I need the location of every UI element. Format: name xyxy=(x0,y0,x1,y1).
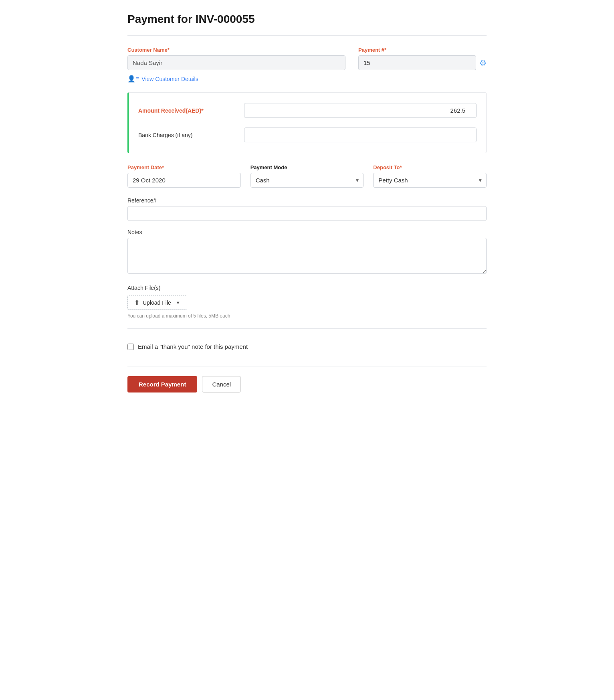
page-title: Payment for INV-000055 xyxy=(127,13,487,26)
notes-textarea[interactable] xyxy=(127,238,487,274)
amount-received-input[interactable] xyxy=(244,103,477,118)
amount-box: Amount Received(AED)* Bank Charges (if a… xyxy=(127,92,487,153)
customer-name-group: Customer Name* xyxy=(127,47,345,70)
payment-date-label: Payment Date* xyxy=(127,164,241,170)
payment-mode-group: Payment Mode Cash Check Bank Transfer Cr… xyxy=(250,164,364,188)
footer-divider xyxy=(127,366,487,366)
email-checkbox[interactable] xyxy=(127,344,134,350)
upload-button-label: Upload File xyxy=(143,299,171,306)
deposit-to-select[interactable]: Petty Cash Bank Other xyxy=(373,173,487,188)
action-row: Record Payment Cancel xyxy=(127,376,487,392)
email-checkbox-label[interactable]: Email a "thank you" note for this paymen… xyxy=(138,343,248,350)
customer-payment-row: Customer Name* Payment #* ⚙ xyxy=(127,47,487,70)
payment-number-label: Payment #* xyxy=(358,47,487,53)
cancel-button[interactable]: Cancel xyxy=(202,376,241,392)
payment-number-wrapper: ⚙ xyxy=(358,55,487,70)
record-payment-button[interactable]: Record Payment xyxy=(127,376,197,392)
payment-number-group: Payment #* ⚙ xyxy=(358,47,487,70)
deposit-to-select-wrapper: Petty Cash Bank Other ▼ xyxy=(373,173,487,188)
bank-charges-input[interactable] xyxy=(244,127,477,142)
upload-button-wrapper: ⬆ Upload File ▼ xyxy=(127,295,187,310)
customer-name-label: Customer Name* xyxy=(127,47,345,53)
notes-group: Notes xyxy=(127,229,487,275)
customer-name-input[interactable] xyxy=(127,55,345,70)
notes-label: Notes xyxy=(127,229,487,235)
amount-received-input-wrapper xyxy=(244,103,477,118)
attach-files-label: Attach File(s) xyxy=(127,285,487,291)
customer-icon: 👤≡ xyxy=(127,75,139,83)
payment-mode-label: Payment Mode xyxy=(250,164,364,170)
upload-icon: ⬆ xyxy=(134,299,139,306)
upload-file-button[interactable]: ⬆ Upload File ▼ xyxy=(127,295,187,310)
amount-received-row: Amount Received(AED)* xyxy=(138,101,477,120)
deposit-to-group: Deposit To* Petty Cash Bank Other ▼ xyxy=(373,164,487,188)
reference-group: Reference# xyxy=(127,197,487,221)
bank-charges-input-wrapper xyxy=(244,127,477,142)
reference-input[interactable] xyxy=(127,206,487,221)
gear-icon[interactable]: ⚙ xyxy=(479,58,487,68)
deposit-to-label: Deposit To* xyxy=(373,164,487,170)
title-divider xyxy=(127,35,487,36)
section-divider xyxy=(127,328,487,329)
bank-charges-row: Bank Charges (if any) xyxy=(138,125,477,145)
payment-mode-select[interactable]: Cash Check Bank Transfer Credit Card xyxy=(250,173,364,188)
payment-number-input[interactable] xyxy=(358,55,476,70)
view-customer-details-link[interactable]: 👤≡ View Customer Details xyxy=(127,75,198,83)
attach-files-group: Attach File(s) ⬆ Upload File ▼ xyxy=(127,285,487,310)
upload-chevron-icon: ▼ xyxy=(176,300,180,305)
view-customer-label: View Customer Details xyxy=(141,76,198,82)
email-checkbox-row: Email a "thank you" note for this paymen… xyxy=(127,337,487,356)
upload-hint: You can upload a maximum of 5 files, 5MB… xyxy=(127,313,487,319)
amount-received-label: Amount Received(AED)* xyxy=(138,107,234,114)
payment-mode-select-wrapper: Cash Check Bank Transfer Credit Card ▼ xyxy=(250,173,364,188)
payment-date-input[interactable] xyxy=(127,173,241,188)
date-mode-deposit-row: Payment Date* Payment Mode Cash Check Ba… xyxy=(127,164,487,188)
reference-label: Reference# xyxy=(127,197,487,204)
bank-charges-label: Bank Charges (if any) xyxy=(138,132,234,138)
payment-date-group: Payment Date* xyxy=(127,164,241,188)
